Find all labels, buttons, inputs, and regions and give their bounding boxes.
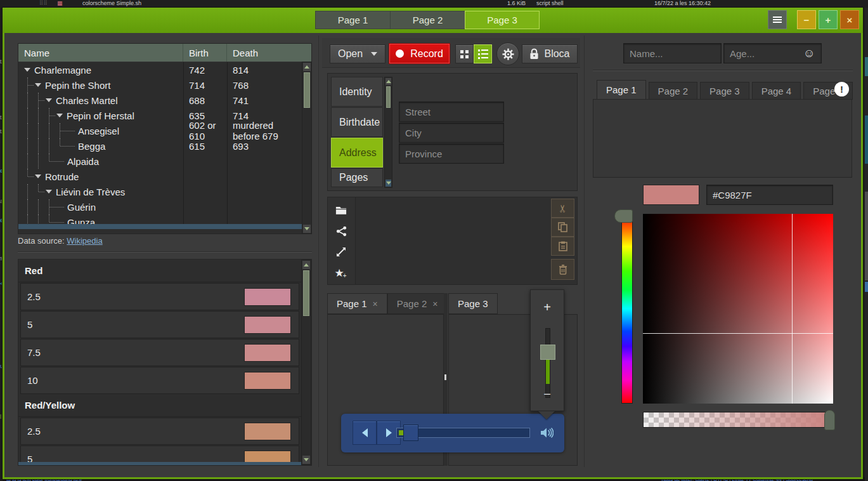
color-list-row[interactable]: 10	[20, 367, 299, 394]
scrollbar-thumb[interactable]	[386, 86, 391, 108]
tab-close-icon[interactable]: ×	[432, 299, 437, 309]
delete-button[interactable]	[551, 259, 574, 280]
titlebar-tab-page-3[interactable]: Page 3	[465, 11, 540, 29]
tree-row[interactable]: Guérin	[18, 199, 311, 214]
sidebar-item-birthdate[interactable]: Birthdate	[331, 107, 383, 137]
fullscreen-icon[interactable]	[333, 244, 349, 260]
lock-button[interactable]: Bloca	[522, 44, 578, 63]
scroll-up-button[interactable]	[302, 261, 310, 269]
sidebar-item-address[interactable]: Address	[331, 138, 383, 168]
previous-button[interactable]	[353, 421, 377, 445]
expander-icon[interactable]	[33, 77, 43, 93]
paste-icon	[559, 241, 567, 251]
tree-row[interactable]: Alpaida	[18, 154, 311, 169]
scroll-up-button[interactable]	[385, 78, 391, 85]
hue-slider-handle[interactable]	[614, 209, 633, 223]
volume-slider-handle[interactable]	[540, 345, 555, 360]
color-crosshair-vertical	[792, 214, 793, 404]
volume-minus-button[interactable]: −	[531, 387, 564, 402]
tree-row[interactable]: Ansegisel602 or 610murdered before 679	[18, 123, 311, 138]
seek-handle[interactable]	[403, 425, 418, 441]
tree-row[interactable]: Charles Martel688741	[18, 93, 311, 108]
record-button[interactable]: Record	[389, 43, 450, 64]
volume-button[interactable]	[540, 426, 554, 442]
tab-page-2[interactable]: Page 2	[649, 82, 698, 100]
hamburger-menu-button[interactable]	[768, 10, 787, 29]
seek-slider[interactable]	[396, 428, 530, 438]
scroll-down-button[interactable]	[303, 225, 311, 233]
scroll-down-button[interactable]	[385, 180, 391, 187]
folder-icon[interactable]	[333, 202, 349, 218]
column-header-name[interactable]: Name	[18, 44, 183, 62]
tree-guide	[22, 169, 33, 184]
province-input[interactable]	[399, 143, 504, 164]
sidebar-item-identity[interactable]: Identity	[331, 77, 383, 107]
name-input[interactable]	[623, 43, 722, 63]
tab-page-1[interactable]: Page 1×	[327, 293, 387, 314]
grid-view-toggle[interactable]	[455, 44, 474, 63]
copy-button[interactable]	[551, 218, 574, 237]
next-icon	[386, 428, 392, 437]
tree-row[interactable]: Rotrude	[18, 169, 311, 184]
expander-icon[interactable]	[33, 169, 43, 184]
tree-guide	[65, 138, 76, 154]
tree-row[interactable]: Pepin the Short714768	[18, 77, 311, 93]
titlebar-tab-page-1[interactable]: Page 1	[315, 11, 390, 29]
volume-plus-button[interactable]: +	[531, 300, 564, 315]
scrollbar-thumb[interactable]	[303, 270, 309, 316]
list-scrollbar[interactable]	[301, 260, 311, 465]
expander-icon[interactable]	[22, 62, 32, 77]
expander-icon[interactable]	[55, 108, 65, 123]
street-input[interactable]	[399, 102, 504, 122]
color-list-row[interactable]: 7.5	[20, 339, 299, 366]
wikipedia-link[interactable]: Wikipedia	[67, 236, 102, 246]
paned-separator-right[interactable]	[584, 36, 585, 467]
tree-scrollbar[interactable]	[302, 62, 312, 234]
tree-row-selected-partial[interactable]	[18, 224, 311, 229]
tree-row[interactable]: Charlemagne742814	[18, 62, 311, 77]
expander-icon[interactable]	[44, 184, 54, 199]
scrollbar-thumb[interactable]	[304, 72, 310, 108]
star-new-icon[interactable]: ★+	[333, 265, 349, 280]
tab-page-1[interactable]: Page 1	[597, 80, 646, 100]
tree-row[interactable]: Liévin de Trèves	[18, 184, 311, 199]
scroll-up-button[interactable]	[303, 63, 311, 71]
smiley-icon[interactable]: ☺	[803, 46, 815, 60]
warning-icon[interactable]: !	[834, 82, 849, 96]
paned-separator-left[interactable]	[318, 36, 319, 467]
tab-page-3[interactable]: Page 3	[700, 82, 749, 100]
tab-page-2[interactable]: Page 2×	[387, 293, 448, 314]
tab-close-icon[interactable]: ×	[373, 299, 378, 309]
tree-row[interactable]: Begga615693	[18, 138, 311, 154]
column-header-death[interactable]: Death	[227, 44, 302, 62]
hex-color-input[interactable]	[706, 185, 833, 205]
color-list-row[interactable]: 2.5	[20, 283, 299, 310]
expander-icon[interactable]	[44, 93, 54, 108]
list-row-selected-partial[interactable]	[18, 462, 301, 465]
alpha-slider-handle[interactable]	[824, 410, 835, 430]
color-swatch	[244, 316, 291, 334]
city-input[interactable]	[399, 122, 504, 143]
open-button[interactable]: Open	[330, 44, 385, 63]
maximize-button[interactable]: +	[819, 10, 838, 29]
hue-slider[interactable]	[621, 214, 633, 404]
column-header-birth[interactable]: Birth	[183, 44, 227, 62]
tab-page-3[interactable]: Page 3	[448, 293, 498, 314]
sidebar-item-pages[interactable]: Pages	[331, 168, 383, 187]
tab-page-4[interactable]: Page 4	[752, 82, 801, 100]
share-icon[interactable]	[333, 223, 349, 239]
color-list-row[interactable]: 5	[20, 311, 299, 338]
sidebar-scrollbar[interactable]	[384, 77, 392, 188]
settings-button[interactable]	[496, 43, 519, 65]
tree-row-name: Pepin of Herstal	[67, 110, 134, 121]
close-button[interactable]: ×	[840, 10, 859, 29]
cut-button[interactable]: ✂	[551, 199, 574, 218]
scroll-down-button[interactable]	[302, 456, 310, 464]
color-list-row[interactable]: 2.5	[20, 418, 299, 445]
paste-button[interactable]	[551, 237, 574, 256]
saturation-value-square[interactable]	[643, 214, 833, 404]
titlebar-tab-page-2[interactable]: Page 2	[390, 11, 465, 29]
list-view-toggle[interactable]	[474, 44, 492, 63]
alpha-slider[interactable]	[643, 412, 833, 428]
minimize-button[interactable]: −	[797, 10, 816, 29]
